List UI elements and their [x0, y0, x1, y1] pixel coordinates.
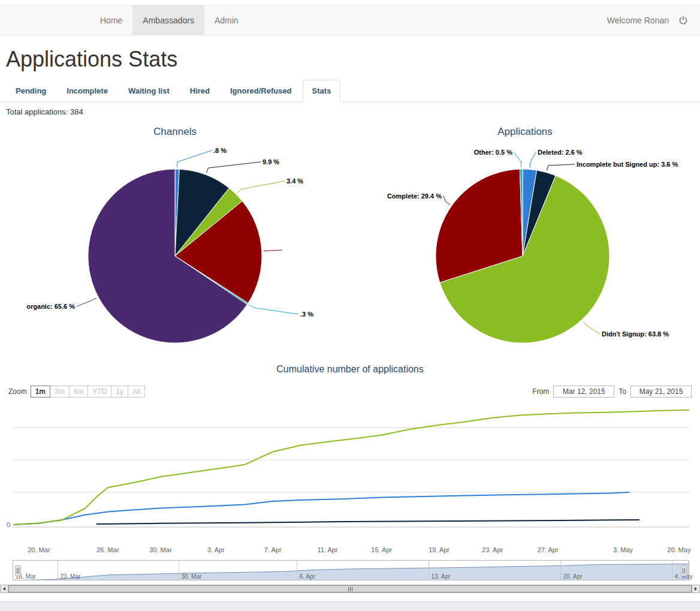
- x-axis-label: 20. Mar: [28, 546, 50, 553]
- pie-label-connector: [264, 250, 282, 251]
- navigator-label: 20. Apr: [563, 573, 583, 580]
- pie-label-connector: [177, 151, 212, 167]
- scroll-left-button[interactable]: [0, 585, 8, 593]
- zoom-button-ytd[interactable]: YTD: [88, 386, 111, 398]
- tab-bar: Pending Incomplete Waiting list Hired Ig…: [0, 80, 700, 102]
- scrollbar-thumb[interactable]: [8, 585, 692, 592]
- range-selector: Zoom 1m 3m 6m YTD 1y All From To: [8, 386, 692, 398]
- to-label: To: [618, 387, 626, 396]
- applications-pie-svg: Deleted: 2.6 %Incomplete but Signed up: …: [350, 122, 700, 356]
- pie-label: Incomplete but Signed up: 3.6 %: [577, 161, 678, 168]
- scroll-left-icon: [3, 587, 5, 591]
- pie-label-connector: [249, 305, 298, 314]
- navigator-handle-right[interactable]: [681, 566, 687, 576]
- x-axis-label: 20. May: [668, 546, 692, 553]
- pie-label: Didn't Signup: 63.8 %: [602, 330, 669, 338]
- scroll-right-icon: [695, 587, 697, 591]
- pie-label: Complete: 29.4 %: [387, 192, 442, 200]
- x-axis-label: 30. Mar: [149, 546, 172, 553]
- page-footer: [0, 601, 700, 611]
- navigator-label: 23. Mar: [60, 573, 81, 580]
- welcome-text: Welcome Ronan: [607, 16, 669, 25]
- scroll-right-button[interactable]: [692, 585, 700, 593]
- zoom-button-1m[interactable]: 1m: [31, 386, 50, 398]
- x-axis-label: 27. Apr: [538, 546, 559, 553]
- tab-incomplete[interactable]: Incomplete: [57, 80, 117, 102]
- chart-title-applications: Applications: [350, 126, 700, 138]
- pie-label-connector: [77, 298, 96, 306]
- channels-pie-chart: .8 %9.9 %3.4 %.3 %organic: 65.6 % Channe…: [0, 122, 350, 356]
- navigator-handle-left[interactable]: [16, 566, 21, 576]
- series-dark: [96, 520, 639, 524]
- pie-label-connector: [547, 164, 575, 171]
- x-axis-label: 23. Apr: [482, 546, 503, 553]
- pie-charts-row: .8 %9.9 %3.4 %.3 %organic: 65.6 % Channe…: [0, 122, 700, 356]
- channels-pie-svg: .8 %9.9 %3.4 %.3 %organic: 65.6 %: [0, 122, 350, 356]
- pie-label-connector: [237, 181, 285, 193]
- zoom-buttons: Zoom 1m 3m 6m YTD 1y All: [8, 386, 145, 398]
- zoom-label: Zoom: [8, 387, 27, 396]
- zoom-button-3m[interactable]: 3m: [50, 386, 70, 398]
- pie-label-connector: [514, 152, 521, 167]
- navbar-right: Welcome Ronan: [607, 5, 700, 35]
- series-blue: [13, 492, 630, 525]
- pie-label: 9.9 %: [262, 158, 279, 165]
- pie-label: .8 %: [213, 147, 227, 154]
- power-icon[interactable]: [678, 16, 688, 25]
- pie-label: .3 %: [300, 311, 313, 318]
- pie-label-connector: [583, 321, 600, 334]
- x-axis-label: 19. Apr: [429, 546, 449, 553]
- zoom-button-1y[interactable]: 1y: [111, 386, 128, 398]
- page-title: Applications Stats: [6, 47, 700, 71]
- y-axis-label: 0: [7, 521, 10, 528]
- chart-title-channels: Channels: [0, 126, 350, 138]
- navigator-label: 13. Apr: [432, 573, 451, 580]
- pie-label: 3.4 %: [286, 177, 303, 185]
- cumulative-line-chart: 020. Mar26. Mar30. Mar3. Apr7. Apr11. Ap…: [0, 401, 700, 557]
- x-axis-label: 11. Apr: [317, 546, 337, 553]
- x-axis-label: 3. Apr: [207, 546, 225, 553]
- nav-item-admin[interactable]: Admin: [204, 5, 249, 35]
- x-axis-label: 7. Apr: [264, 546, 282, 553]
- tab-hired[interactable]: Hired: [180, 80, 219, 102]
- from-date-input[interactable]: [553, 386, 614, 398]
- tab-ignored-refused[interactable]: Ignored/Refused: [221, 80, 301, 102]
- navbar: Home Ambassadors Admin Welcome Ronan: [0, 5, 700, 35]
- total-applications: Total applications: 384: [0, 102, 700, 116]
- pie-label: Other: 0.5 %: [474, 149, 512, 156]
- nav-item-home[interactable]: Home: [90, 5, 132, 35]
- x-axis-label: 3. May: [613, 546, 633, 553]
- navigator-area: [13, 564, 689, 580]
- from-label: From: [532, 387, 549, 396]
- tab-waiting-list[interactable]: Waiting list: [119, 80, 179, 102]
- scrollbar[interactable]: [0, 585, 700, 593]
- to-date-input[interactable]: [630, 386, 692, 398]
- pie-label-connector: [443, 196, 450, 205]
- pie-label: organic: 65.6 %: [26, 303, 75, 310]
- scrollbar-grip-icon: [350, 587, 351, 591]
- navigator-label: 6. Apr: [300, 573, 316, 580]
- nav-item-ambassadors[interactable]: Ambassadors: [132, 5, 204, 35]
- chart-title-cumulative: Cumulative number of applications: [0, 363, 700, 375]
- navigator[interactable]: 16. Mar23. Mar30. Mar6. Apr13. Apr20. Ap…: [0, 557, 700, 585]
- x-axis-label: 15. Apr: [371, 546, 392, 553]
- zoom-button-all[interactable]: All: [128, 386, 145, 398]
- navbar-menu: Home Ambassadors Admin: [90, 5, 249, 35]
- applications-pie-chart: Deleted: 2.6 %Incomplete but Signed up: …: [350, 122, 700, 356]
- scrollbar-track[interactable]: [8, 585, 692, 593]
- zoom-button-6m[interactable]: 6m: [69, 386, 89, 398]
- pie-label: Deleted: 2.6 %: [538, 149, 583, 156]
- date-range-inputs: From To: [532, 386, 692, 398]
- x-axis-label: 26. Mar: [96, 546, 119, 553]
- pie-label-connector: [530, 152, 536, 168]
- cumulative-chart-section: Cumulative number of applications Zoom 1…: [0, 363, 700, 593]
- tab-pending[interactable]: Pending: [6, 80, 56, 102]
- navigator-label: 30. Mar: [181, 573, 202, 580]
- tab-stats[interactable]: Stats: [303, 80, 341, 102]
- pie-label-connector: [206, 162, 261, 173]
- series-green: [13, 410, 689, 525]
